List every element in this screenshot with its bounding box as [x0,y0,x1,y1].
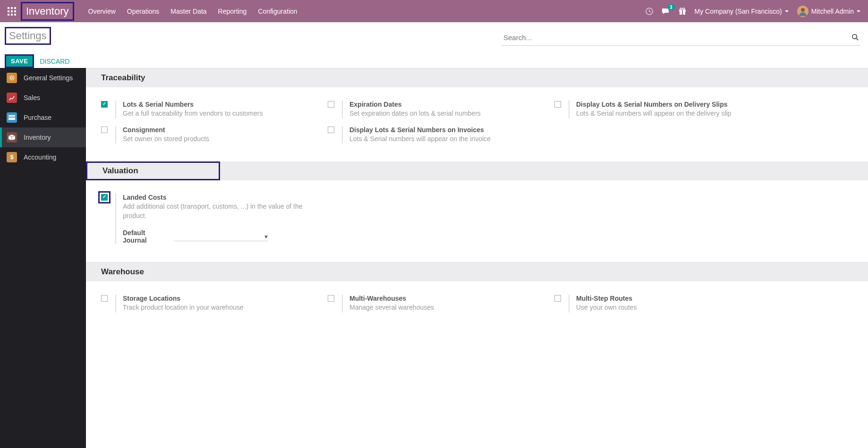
messages-icon[interactable]: 3 [662,8,670,15]
checkbox-landed-costs[interactable] [101,194,108,201]
setting-desc: Set owner on stored products [123,135,320,144]
setting-multi-step-routes: Multi-Step Routes Use your own routes [554,291,781,316]
svg-rect-2 [14,7,16,9]
svg-rect-3 [8,10,9,12]
svg-text:$: $ [10,154,14,161]
sidebar-item-label: Purchase [24,114,51,121]
setting-title: Multi-Warehouses [349,295,547,302]
clock-icon[interactable] [646,8,653,15]
message-count-badge: 3 [667,4,675,10]
checkbox-lots-delivery[interactable] [554,101,561,108]
svg-point-17 [852,34,857,39]
setting-desc: Track product location in your warehouse [123,303,320,313]
nav-overview[interactable]: Overview [88,8,116,15]
svg-rect-4 [11,10,13,12]
nav-right: 3 My Company (San Francisco) Mitchell Ad… [646,6,860,17]
setting-storage-locations: Storage Locations Track product location… [101,291,328,316]
discard-button[interactable]: DISCARD [40,58,69,65]
sidebar-item-purchase[interactable]: Purchase [0,108,86,127]
sidebar-item-label: Accounting [24,153,56,161]
user-menu[interactable]: Mitchell Admin [797,6,860,17]
checkbox-lots-invoices[interactable] [328,127,334,133]
setting-title: Storage Locations [123,295,320,302]
box-icon [7,132,17,143]
setting-desc: Set expiration dates on lots & serial nu… [349,109,547,118]
checkbox-multi-warehouses[interactable] [328,295,334,302]
top-navbar: Inventory Overview Operations Master Dat… [0,0,868,22]
setting-desc: Use your own routes [576,303,774,313]
section-header-warehouse: Warehouse [86,262,868,281]
card-icon [7,112,17,123]
setting-expiration-dates: Expiration Dates Set expiration dates on… [328,97,554,122]
page-title: Settings [5,27,51,45]
svg-point-14 [683,8,685,10]
setting-desc: Manage several warehouses [349,303,547,313]
gift-icon[interactable] [679,8,686,15]
nav-operations[interactable]: Operations [127,8,159,15]
setting-title: Display Lots & Serial Numbers on Invoice… [349,126,547,134]
setting-multi-warehouses: Multi-Warehouses Manage several warehous… [328,291,554,316]
setting-landed-costs: Landed Costs Add additional cost (transp… [101,190,328,248]
section-header-valuation: Valuation [86,161,220,180]
setting-desc: Add additional cost (transport, customs,… [123,202,320,220]
svg-rect-20 [9,117,15,118]
setting-title: Display Lots & Serial Numbers on Deliver… [576,101,774,108]
checkbox-expiration-dates[interactable] [328,101,334,108]
sidebar-item-label: General Settings [24,74,73,82]
apps-icon[interactable] [8,7,16,16]
nav-master-data[interactable]: Master Data [170,8,206,15]
search-input[interactable] [502,30,860,46]
checkbox-storage-locations[interactable] [101,295,108,302]
setting-lots-serial: Lots & Serial Numbers Get a full traceab… [101,97,328,122]
control-panel: Settings SAVE DISCARD [0,22,868,68]
section-header-traceability: Traceability [86,68,868,87]
chart-icon [7,93,17,103]
default-journal-label: Default Journal [123,229,170,244]
nav-menu: Overview Operations Master Data Reportin… [88,8,298,15]
setting-title: Consignment [123,126,320,134]
svg-point-18 [10,76,13,79]
setting-title: Multi-Step Routes [576,295,774,302]
dollar-icon: $ [7,152,17,162]
svg-rect-12 [682,10,683,15]
sidebar-item-label: Sales [24,94,40,101]
nav-configuration[interactable]: Configuration [258,8,297,15]
user-name: Mitchell Admin [811,8,854,15]
caret-down-icon [785,10,789,12]
save-button[interactable]: SAVE [5,54,34,68]
checkbox-multi-step-routes[interactable] [554,295,561,302]
settings-content: Traceability Lots & Serial Numbers Get a… [86,68,868,448]
gear-icon [7,73,17,83]
sidebar-item-inventory[interactable]: Inventory [0,127,86,147]
svg-point-13 [680,8,682,10]
sidebar-item-general[interactable]: General Settings [0,68,86,88]
setting-title: Expiration Dates [349,101,547,108]
svg-rect-6 [8,14,9,16]
app-brand[interactable]: Inventory [21,2,74,21]
svg-point-16 [801,8,805,12]
setting-desc: Lots & Serial numbers will appear on the… [576,109,774,118]
setting-desc: Get a full traceability from vendors to … [123,109,320,118]
caret-down-icon [857,10,860,12]
setting-title: Landed Costs [123,194,320,201]
setting-lots-delivery: Display Lots & Serial Numbers on Deliver… [554,97,781,122]
svg-rect-5 [14,10,16,12]
settings-sidebar: General Settings Sales Purchase Inventor… [0,68,86,448]
checkbox-lots-serial[interactable] [101,101,108,108]
sidebar-item-label: Inventory [24,134,51,141]
checkbox-consignment[interactable] [101,127,108,133]
setting-lots-invoices: Display Lots & Serial Numbers on Invoice… [328,122,554,148]
svg-rect-8 [14,14,16,16]
svg-rect-0 [8,7,9,9]
company-selector[interactable]: My Company (San Francisco) [695,8,789,15]
default-journal-select[interactable] [174,232,268,241]
svg-rect-7 [11,14,13,16]
sidebar-item-accounting[interactable]: $ Accounting [0,147,86,167]
nav-reporting[interactable]: Reporting [218,8,247,15]
company-name: My Company (San Francisco) [695,8,782,15]
search-icon[interactable] [851,34,859,42]
avatar [797,6,808,17]
setting-consignment: Consignment Set owner on stored products [101,122,328,148]
sidebar-item-sales[interactable]: Sales [0,88,86,108]
setting-title: Lots & Serial Numbers [123,101,320,108]
